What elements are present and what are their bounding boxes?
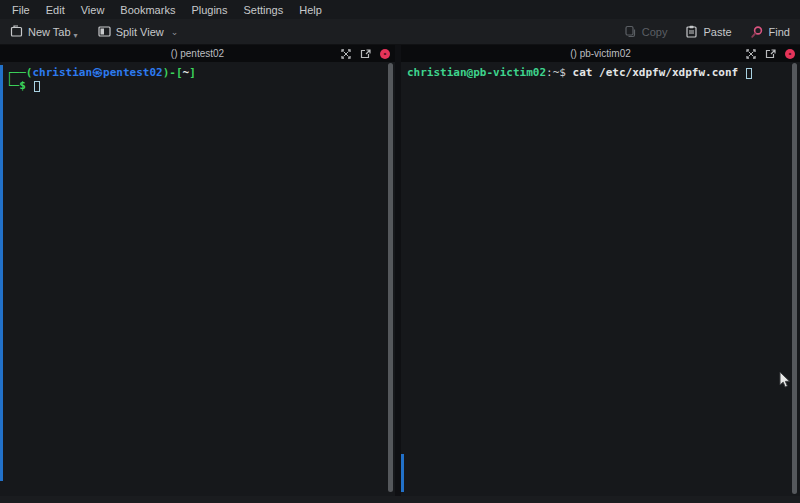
typed-command: cat /etc/xdpfw/xdpfw.conf — [573, 66, 745, 79]
menu-view[interactable]: View — [73, 2, 113, 18]
prompt-frame-open: ┌──( — [6, 66, 33, 79]
mouse-pointer-icon — [779, 371, 792, 392]
pane-header-pentest02[interactable]: () pentest02 • — [0, 45, 395, 62]
paste-icon — [685, 25, 698, 38]
maximize-split-icon[interactable] — [341, 49, 351, 59]
window-bottom-edge — [0, 496, 800, 503]
prompt-user-host: christian@pb-victim02 — [407, 66, 546, 79]
menu-settings[interactable]: Settings — [235, 2, 291, 18]
scrollbar-left-pane[interactable] — [388, 63, 393, 492]
split-view-button[interactable]: Split View ⌄ — [94, 22, 183, 41]
terminal-screen-pentest02[interactable]: ┌──(christian㉿pentest02)-[~]└─$ — [0, 62, 395, 496]
prompt-line2: └─$ — [6, 79, 26, 92]
maximize-split-icon[interactable] — [746, 49, 756, 59]
terminal-pane-pentest02[interactable]: () pentest02 • ┌──(christian㉿pentest02)-… — [0, 45, 395, 496]
find-button[interactable]: Find — [746, 22, 794, 42]
focus-indicator-right — [401, 454, 404, 492]
terminal-prompt-kali: ┌──(christian㉿pentest02)-[~]└─$ — [0, 62, 395, 92]
toolbar: New Tab ▾ Split View ⌄ Copy — [0, 19, 800, 45]
close-split-button[interactable]: • — [785, 49, 795, 59]
pane-header-pb-victim02[interactable]: () pb-victim02 • — [401, 45, 800, 62]
prompt-suffix: :~$ — [546, 66, 573, 79]
split-view-label: Split View — [116, 26, 164, 38]
pane-header-icons-left: • — [341, 45, 390, 62]
paste-button[interactable]: Paste — [681, 22, 735, 41]
pane-title-pb-victim02: () pb-victim02 — [570, 48, 631, 59]
new-tab-button[interactable]: New Tab ▾ — [6, 22, 84, 41]
split-view-icon — [98, 25, 111, 38]
focus-indicator-left — [0, 65, 3, 481]
copy-label: Copy — [642, 26, 668, 38]
split-view-chevron-icon[interactable]: ⌄ — [171, 27, 179, 37]
split-container: () pentest02 • ┌──(christian㉿pentest02)-… — [0, 45, 800, 496]
terminal-cursor-left — [34, 81, 40, 92]
new-tab-label: New Tab — [28, 26, 71, 38]
terminal-prompt-debian: christian@pb-victim02:~$ cat /etc/xdpfw/… — [401, 62, 800, 79]
terminal-cursor-right — [746, 68, 752, 79]
toolbar-right-group: Copy Paste Find — [620, 22, 794, 42]
scrollbar-right-pane[interactable] — [792, 63, 797, 494]
copy-icon — [624, 25, 637, 38]
detach-split-icon[interactable] — [765, 49, 776, 59]
menu-edit[interactable]: Edit — [38, 2, 73, 18]
menu-plugins[interactable]: Plugins — [183, 2, 235, 18]
pane-title-pentest02: () pentest02 — [171, 48, 224, 59]
menu-help[interactable]: Help — [291, 2, 330, 18]
menu-bar: File Edit View Bookmarks Plugins Setting… — [0, 0, 800, 19]
prompt-frame-close: ] — [189, 66, 196, 79]
new-tab-dropdown-caret[interactable]: ▾ — [74, 31, 78, 40]
close-split-button[interactable]: • — [380, 49, 390, 59]
menu-file[interactable]: File — [4, 2, 38, 18]
pane-header-icons-right: • — [746, 45, 795, 62]
toolbar-left-group: New Tab ▾ Split View ⌄ — [6, 22, 182, 41]
find-icon — [750, 25, 764, 39]
find-label: Find — [769, 26, 790, 38]
konsole-window: File Edit View Bookmarks Plugins Setting… — [0, 0, 800, 503]
menu-bookmarks[interactable]: Bookmarks — [112, 2, 183, 18]
terminal-pane-pb-victim02[interactable]: () pb-victim02 • christian@pb-victim02:~… — [401, 45, 800, 496]
new-tab-icon — [10, 25, 23, 38]
copy-button[interactable]: Copy — [620, 22, 672, 41]
detach-split-icon[interactable] — [360, 49, 371, 59]
paste-label: Paste — [703, 26, 731, 38]
terminal-screen-pb-victim02[interactable]: christian@pb-victim02:~$ cat /etc/xdpfw/… — [401, 62, 800, 496]
prompt-frame-mid: )-[ — [163, 66, 183, 79]
prompt-user-host: christian㉿pentest02 — [33, 66, 163, 79]
